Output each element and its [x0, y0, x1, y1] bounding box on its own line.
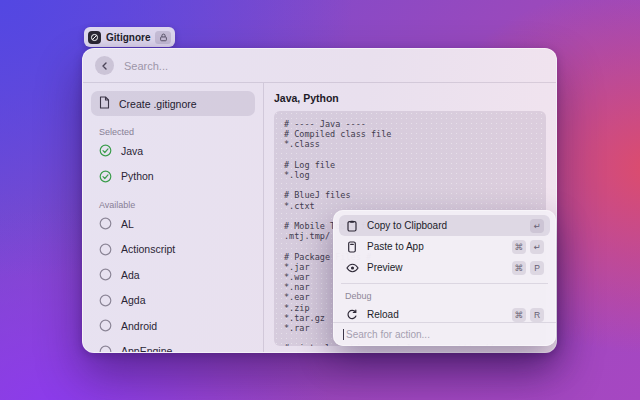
sidebar-item-actionscript[interactable]: Actionscript: [91, 237, 255, 263]
check-circle-icon: [99, 170, 112, 183]
menu-item-paste-to-app[interactable]: Paste to App ⌘ ↵: [339, 236, 550, 257]
sidebar-item-label: Ada: [121, 269, 140, 281]
sidebar: Create .gitignore Selected Java Python A…: [83, 83, 264, 352]
key-return: ↵: [530, 240, 544, 254]
menu-divider: [341, 283, 548, 284]
key-cmd: ⌘: [512, 261, 527, 275]
sidebar-item-label: Python: [121, 170, 154, 182]
action-menu: Copy to Clipboard ↵ Paste to App ⌘ ↵ Pre…: [333, 210, 556, 346]
menu-item-preview[interactable]: Preview ⌘ P: [339, 257, 550, 278]
empty-circle-icon: [99, 319, 112, 332]
key-r: R: [530, 308, 544, 322]
sidebar-item-appengine[interactable]: AppEngine: [91, 339, 255, 353]
key-cmd: ⌘: [512, 240, 527, 254]
paste-app-icon: [345, 241, 359, 253]
launcher-pill[interactable]: Gitignore: [84, 27, 175, 47]
menu-item-copy-to-clipboard[interactable]: Copy to Clipboard ↵: [339, 215, 550, 236]
key-return: ↵: [530, 219, 544, 233]
menu-item-label: Copy to Clipboard: [367, 220, 447, 231]
sidebar-item-java[interactable]: Java: [91, 138, 255, 164]
key-p: P: [530, 261, 544, 275]
reload-icon: [345, 309, 359, 321]
menu-item-label: Paste to App: [367, 241, 424, 252]
sidebar-item-label: AL: [121, 218, 134, 230]
gitignore-app-icon: [88, 31, 101, 44]
empty-circle-icon: [99, 294, 112, 307]
shortcut-keys: ↵: [530, 219, 544, 233]
back-button[interactable]: [95, 56, 114, 75]
menu-item-label: Preview: [367, 262, 403, 273]
sidebar-item-label: Actionscript: [121, 243, 175, 255]
sidebar-item-label: Java: [121, 145, 143, 157]
action-search-bar: Search for action...: [333, 322, 556, 346]
menu-item-label: Reload: [367, 309, 399, 320]
detail-title: Java, Python: [274, 92, 546, 104]
empty-circle-icon: [99, 268, 112, 281]
launcher-pill-label: Gitignore: [106, 32, 150, 43]
section-header-selected: Selected: [99, 127, 247, 137]
empty-circle-icon: [99, 345, 112, 352]
sidebar-item-android[interactable]: Android: [91, 313, 255, 339]
section-header-available: Available: [99, 200, 247, 210]
sidebar-item-python[interactable]: Python: [91, 164, 255, 190]
menu-item-reload[interactable]: Reload ⌘ R: [339, 304, 550, 322]
sidebar-item-agda[interactable]: Agda: [91, 288, 255, 314]
shortcut-keys: ⌘ R: [512, 308, 545, 322]
sidebar-item-label: AppEngine: [121, 345, 172, 352]
document-icon: [99, 96, 110, 111]
sidebar-item-label: Create .gitignore: [119, 98, 197, 110]
chevron-left-icon: [101, 62, 109, 70]
check-circle-icon: [99, 144, 112, 157]
sidebar-item-create-gitignore[interactable]: Create .gitignore: [91, 91, 255, 116]
sidebar-item-label: Android: [121, 320, 157, 332]
eye-icon: [345, 263, 359, 273]
empty-circle-icon: [99, 243, 112, 256]
sidebar-item-label: Agda: [121, 294, 146, 306]
shortcut-keys: ⌘ P: [512, 261, 545, 275]
action-search-input[interactable]: Search for action...: [346, 329, 430, 340]
menu-section-debug: Debug: [339, 289, 550, 304]
text-cursor: [343, 329, 344, 340]
shortcut-keys: ⌘ ↵: [512, 240, 545, 254]
sidebar-item-al[interactable]: AL: [91, 211, 255, 237]
search-bar: Search...: [83, 49, 556, 83]
lock-icon: [155, 31, 171, 44]
empty-circle-icon: [99, 217, 112, 230]
action-menu-items: Copy to Clipboard ↵ Paste to App ⌘ ↵ Pre…: [333, 210, 556, 322]
clipboard-icon: [345, 220, 359, 232]
key-cmd: ⌘: [512, 308, 527, 322]
sidebar-item-ada[interactable]: Ada: [91, 262, 255, 288]
search-input[interactable]: Search...: [124, 60, 168, 72]
